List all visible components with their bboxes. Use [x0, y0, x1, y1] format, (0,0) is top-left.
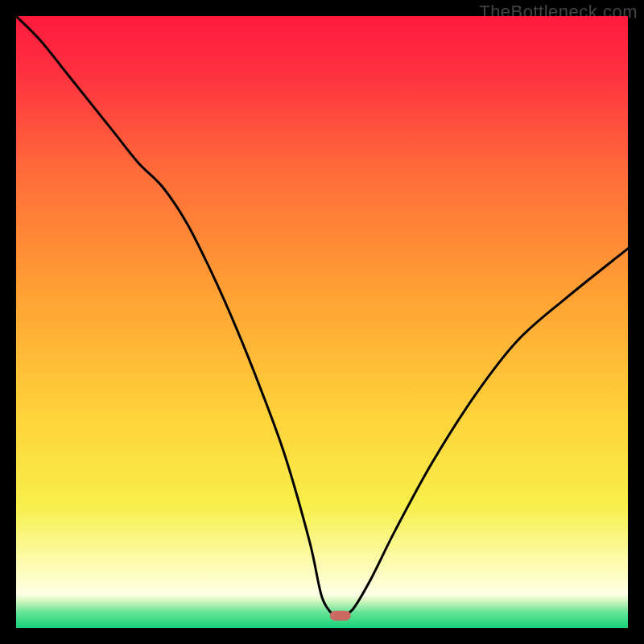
chart-frame: TheBottleneck.com	[0, 0, 644, 644]
plot-area	[16, 16, 628, 628]
chart-svg	[16, 16, 628, 628]
optimum-marker	[330, 611, 351, 621]
